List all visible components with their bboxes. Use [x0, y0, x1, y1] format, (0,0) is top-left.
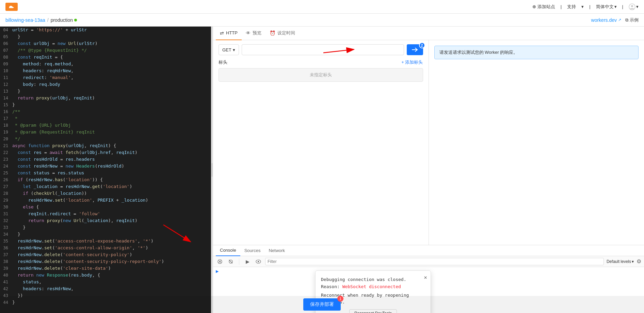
user-menu[interactable]: ▾: [629, 3, 639, 10]
line-content: headers: reqHdrNew,: [12, 67, 211, 74]
language-select[interactable]: 简体中文 ▾: [596, 4, 617, 10]
http-section: GET ▾ 2 标头: [213, 40, 429, 245]
line-content: }: [12, 101, 211, 108]
line-content: async function proxy(urlObj, reqInit) {: [12, 142, 211, 149]
code-line: 41 status,: [0, 279, 211, 285]
method-dropdown[interactable]: GET ▾: [219, 44, 239, 55]
send-button[interactable]: 2: [407, 44, 423, 55]
play-btn[interactable]: ▶: [243, 257, 252, 266]
reconnect-devtools-btn[interactable]: Reconnect DevTools: [349, 309, 397, 313]
project-link[interactable]: billowing-sea-13aa: [5, 17, 45, 23]
code-line: 18 * @param {URL} urlObj: [0, 122, 211, 129]
code-line: 38 resHdrNew.delete('content-security-po…: [0, 258, 211, 265]
svg-point-1: [631, 5, 633, 7]
line-number: 35: [0, 238, 12, 245]
code-line: 44}: [0, 299, 211, 306]
line-number: 40: [0, 272, 12, 279]
devtools-tab-console[interactable]: Console: [216, 245, 240, 256]
line-number: 42: [0, 285, 12, 292]
line-number: 32: [0, 217, 12, 224]
line-content: }: [12, 224, 211, 231]
devtools-tab-sources[interactable]: Sources: [240, 245, 265, 256]
line-number: 39: [0, 265, 12, 272]
support-link[interactable]: 支持: [567, 4, 576, 10]
code-line: 32 return proxy(new Url(_location), reqI…: [0, 217, 211, 224]
stop-icon: [228, 259, 233, 264]
code-line: 07 /** @type {RequestInit} */: [0, 47, 211, 54]
line-content: if (checkUrl(_location)): [12, 190, 211, 197]
line-content: resHdrNew.set('access-control-allow-orig…: [12, 245, 211, 251]
top-nav-right: ⊕ 添加站点 | 支持 ▾ | 简体中文 ▾ | ▾: [532, 3, 639, 10]
response-hint: 请发送请求以测试您的 Worker 的响应。: [434, 46, 639, 59]
line-number: 29: [0, 197, 12, 204]
line-number: 37: [0, 251, 12, 258]
add-header-btn[interactable]: + 添加标头: [401, 59, 423, 65]
clear-console-btn[interactable]: [216, 257, 224, 266]
breadcrumb-current: production: [51, 17, 77, 23]
eye-btn[interactable]: [254, 257, 262, 266]
devtools-settings-icon[interactable]: ⚙: [637, 258, 641, 265]
line-number: 13: [0, 88, 12, 95]
devtools-content: ▶ × Debugging connection was closed. Rea…: [213, 267, 644, 313]
show-example-btn[interactable]: ⧉ 示例: [625, 17, 639, 23]
line-content: * @param {URL} urlObj: [12, 122, 211, 129]
tab-schedule[interactable]: ⏰ 设定时间: [265, 27, 299, 40]
line-number: 17: [0, 115, 12, 122]
line-number: 07: [0, 47, 12, 54]
code-line: 16/**: [0, 108, 211, 115]
line-content: const status = res.status: [12, 170, 211, 176]
code-line: 04urlStr = 'https://' + urlStr: [0, 27, 211, 33]
main-layout: 04urlStr = 'https://' + urlStr05 }06 con…: [0, 27, 644, 313]
tab-http[interactable]: ⇄ HTTP: [216, 27, 242, 40]
code-line: 43 }): [0, 292, 211, 299]
code-line: 37 resHdrNew.delete('content-security-po…: [0, 251, 211, 258]
line-number: 10: [0, 67, 12, 74]
code-line: 05 }: [0, 33, 211, 40]
url-row: GET ▾ 2: [219, 44, 423, 55]
code-editor[interactable]: 04urlStr = 'https://' + urlStr05 }06 con…: [0, 27, 211, 313]
popup-text-line1: Debugging connection was closed. Reason:…: [321, 276, 425, 291]
breadcrumb-bar: billowing-sea-13aa / production workers.…: [0, 14, 644, 27]
line-content: * @param {RequestInit} reqInit: [12, 129, 211, 136]
support-chevron[interactable]: ▾: [581, 4, 584, 9]
line-number: 44: [0, 299, 12, 306]
add-site-link[interactable]: ⊕ 添加站点: [532, 4, 555, 10]
code-line: 09 method: req.method,: [0, 61, 211, 67]
line-number: 36: [0, 245, 12, 251]
line-content: method: req.method,: [12, 61, 211, 67]
code-line: 19 * @param {RequestInit} reqInit: [0, 129, 211, 136]
clock-icon: ⏰: [270, 30, 275, 36]
line-number: 05: [0, 33, 12, 40]
line-number: 11: [0, 74, 12, 81]
line-content: resHdrNew.delete('content-security-polic…: [12, 258, 211, 265]
cloudflare-logo: [5, 3, 18, 11]
tab-preview[interactable]: 👁 预览: [242, 27, 265, 40]
code-line: 29 resHdrNew.set('location', PREFIX + _l…: [0, 197, 211, 204]
line-content: }): [12, 292, 211, 299]
line-content: resHdrNew.delete('clear-site-data'): [12, 265, 211, 272]
devtools-tab-network[interactable]: Network: [264, 245, 289, 256]
default-levels-dropdown[interactable]: Default levels ▾: [607, 259, 634, 264]
line-content: *: [12, 115, 211, 122]
code-line: 21async function proxy(urlObj, reqInit) …: [0, 142, 211, 149]
workers-dev-link[interactable]: workers.dev ↗: [591, 17, 621, 23]
chevron-down-icon: ▾: [233, 47, 235, 52]
url-input[interactable]: [242, 44, 404, 55]
save-deploy-button[interactable]: 保存并部署 1: [303, 298, 341, 311]
clear-icon: [218, 259, 222, 264]
http-tabs: ⇄ HTTP 👁 预览 ⏰ 设定时间: [213, 27, 644, 40]
code-line: 40 return new Response(res.body, {: [0, 272, 211, 279]
line-number: 43: [0, 292, 12, 299]
popup-close-btn[interactable]: ×: [424, 274, 427, 281]
settings-devtools-btn[interactable]: [227, 257, 235, 266]
line-content: const resHdrOld = res.headers: [12, 156, 211, 163]
external-link-icon: ↗: [618, 18, 621, 22]
line-content: return proxy(new Url(_location), reqInit…: [12, 217, 211, 224]
line-content: /**: [12, 108, 211, 115]
code-line: 20 */: [0, 136, 211, 142]
line-number: 16: [0, 108, 12, 115]
send-badge: 2: [419, 42, 425, 48]
line-content: }: [12, 299, 211, 306]
filter-input[interactable]: [265, 258, 604, 265]
expand-arrow[interactable]: ▶: [216, 268, 219, 274]
